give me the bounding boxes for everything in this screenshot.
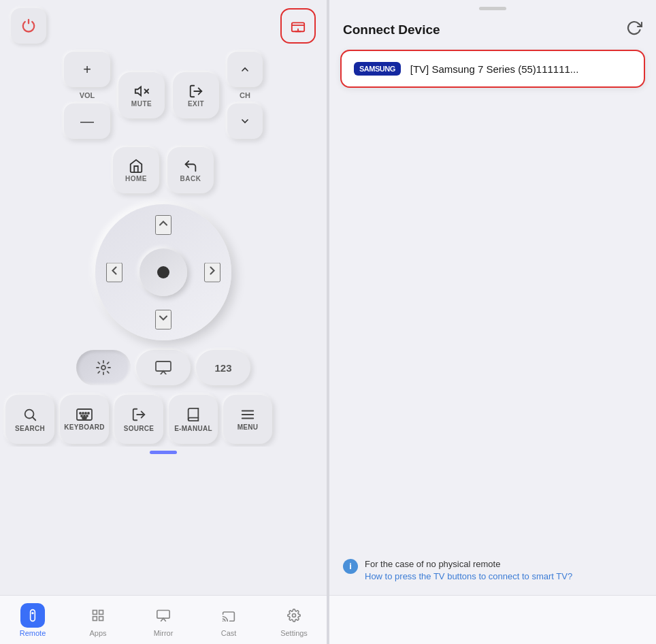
search-toolbar-button[interactable]: SEARCH — [5, 395, 54, 444]
home-button[interactable]: HOME — [113, 147, 159, 193]
numeric-label: 123 — [214, 362, 231, 374]
home-label: HOME — [125, 175, 147, 182]
exit-button[interactable]: EXIT — [173, 72, 219, 118]
vol-label: VOL — [80, 91, 95, 99]
bottom-controls: 123 — [0, 346, 327, 389]
nav-mirror-label: Mirror — [154, 629, 174, 637]
svg-point-12 — [82, 413, 84, 414]
mute-label: MUTE — [131, 100, 152, 108]
controls-row: + VOL — MUTE EXIT — [0, 49, 327, 142]
connect-device-title: Connect Device — [343, 22, 440, 37]
svg-rect-18 — [82, 417, 86, 419]
keyboard-toolbar-button[interactable]: KEYBOARD — [60, 395, 109, 444]
svg-point-16 — [84, 415, 85, 417]
numeric-btn[interactable]: 123 — [196, 350, 250, 385]
nav-settings-label: Settings — [280, 629, 308, 637]
svg-line-8 — [33, 417, 35, 420]
dpad-left-button[interactable] — [106, 263, 122, 283]
remote-nav-icon-bg — [20, 603, 45, 628]
scroll-indicator — [150, 451, 177, 454]
extra-btn-2[interactable] — [136, 350, 191, 385]
nav-apps-label: Apps — [89, 629, 106, 637]
apps-nav-icon-bg — [86, 603, 110, 628]
back-label: BACK — [180, 175, 201, 182]
nav-cast-label: Cast — [221, 629, 237, 637]
info-link[interactable]: How to press the TV buttons to connect t… — [365, 570, 572, 583]
info-row: i For the case of no physical remote How… — [343, 558, 642, 583]
nav-mirror[interactable]: Mirror — [140, 603, 187, 637]
svg-point-31 — [293, 613, 296, 617]
refresh-button[interactable] — [626, 20, 642, 40]
source-toolbar-button[interactable]: SOURCE — [114, 395, 163, 444]
nav-settings[interactable]: Settings — [270, 603, 318, 637]
vol-col: + VOL — — [64, 52, 110, 139]
cast-button[interactable] — [280, 8, 316, 44]
toolbar-row: SEARCH KEYBOARD SOURCE — [0, 389, 327, 447]
bottom-info: i For the case of no physical remote How… — [329, 558, 656, 583]
ch-down-button[interactable] — [227, 103, 263, 139]
svg-rect-26 — [99, 610, 103, 614]
menu-toolbar-button[interactable]: MENU — [223, 395, 272, 444]
vol-up-button[interactable]: + — [64, 52, 110, 87]
device-card[interactable]: SAMSUNG [TV] Samsung 7 Series (55)111111… — [340, 50, 645, 88]
svg-point-24 — [32, 612, 33, 613]
info-content: For the case of no physical remote How t… — [365, 558, 572, 583]
settings-nav-icon-bg — [282, 603, 306, 628]
extra-btn-1[interactable] — [76, 350, 131, 385]
svg-rect-27 — [93, 616, 97, 620]
svg-rect-23 — [31, 609, 35, 621]
svg-point-17 — [86, 415, 88, 417]
device-name: [TV] Samsung 7 Series (55)111111... — [410, 63, 579, 75]
back-button[interactable]: BACK — [167, 147, 214, 193]
exit-label: EXIT — [188, 100, 204, 108]
svg-point-5 — [101, 366, 105, 370]
left-panel: + VOL — MUTE EXIT — [0, 0, 327, 644]
top-bar — [0, 0, 327, 49]
emanual-label: E-MANUAL — [174, 425, 212, 432]
search-label: SEARCH — [15, 425, 45, 432]
power-button[interactable] — [11, 8, 46, 44]
dpad-right-button[interactable] — [204, 263, 220, 283]
dpad-outer — [95, 204, 231, 340]
keyboard-label: KEYBOARD — [64, 423, 105, 431]
dpad-up-button[interactable] — [155, 215, 171, 235]
svg-rect-25 — [93, 610, 97, 614]
svg-point-11 — [80, 413, 81, 414]
info-text: For the case of no physical remote — [365, 558, 572, 570]
svg-point-14 — [88, 413, 89, 414]
menu-label: MENU — [237, 423, 259, 431]
cast-nav-icon-bg — [216, 603, 241, 628]
dpad-dot — [157, 266, 169, 278]
right-bottom-nav — [329, 595, 656, 644]
ch-label: CH — [240, 91, 250, 99]
bottom-nav: Remote Apps Mirror — [0, 595, 327, 644]
ch-col: CH — [227, 52, 263, 139]
nav-remote-label: Remote — [20, 629, 46, 637]
nav-cast[interactable]: Cast — [205, 603, 252, 637]
svg-point-13 — [85, 413, 86, 414]
svg-point-7 — [25, 409, 34, 418]
samsung-logo: SAMSUNG — [354, 62, 401, 76]
indicator-row — [0, 447, 327, 458]
right-panel: Connect Device SAMSUNG [TV] Samsung 7 Se… — [329, 0, 656, 644]
svg-rect-6 — [156, 361, 171, 371]
nav-remote[interactable]: Remote — [9, 603, 56, 637]
home-back-row: HOME BACK — [0, 144, 327, 196]
svg-marker-1 — [135, 86, 141, 95]
mirror-nav-icon-bg — [151, 603, 176, 628]
vol-down-button[interactable]: — — [64, 103, 110, 139]
svg-rect-29 — [157, 610, 169, 618]
dpad-down-button[interactable] — [155, 310, 171, 329]
info-icon: i — [343, 559, 358, 574]
source-label: SOURCE — [124, 425, 154, 432]
svg-rect-28 — [99, 616, 103, 620]
dpad-section — [0, 204, 327, 340]
dpad-center-button[interactable] — [140, 248, 187, 296]
mute-button[interactable]: MUTE — [118, 72, 165, 118]
ch-up-button[interactable] — [227, 52, 263, 87]
emanual-toolbar-button[interactable]: E-MANUAL — [169, 395, 218, 444]
svg-point-15 — [81, 415, 82, 417]
nav-apps[interactable]: Apps — [74, 603, 122, 637]
right-header: Connect Device — [329, 10, 656, 47]
